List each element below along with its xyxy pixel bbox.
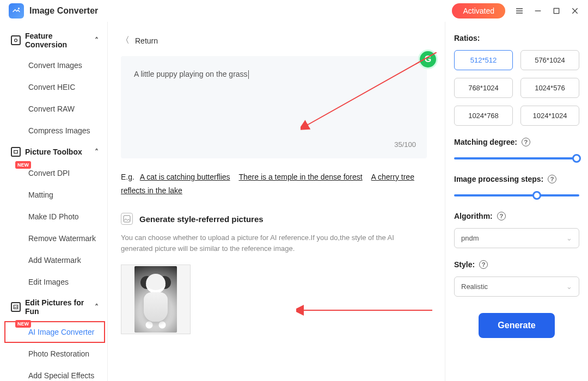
close-icon[interactable] (571, 7, 579, 15)
help-icon[interactable]: ? (479, 260, 488, 269)
section-picture-toolbox[interactable]: Picture Toolbox ˄ (4, 142, 105, 162)
svg-rect-1 (554, 8, 559, 13)
ratio-grid: 512*512 576*1024 768*1024 1024*576 1024*… (454, 50, 579, 126)
minimize-icon[interactable] (534, 7, 542, 15)
reference-image-preview (134, 266, 177, 333)
sidebar-item-matting[interactable]: Matting (4, 184, 105, 206)
matching-degree-slider[interactable] (454, 154, 579, 163)
example-link-1[interactable]: A cat is catching butterflies (140, 173, 230, 181)
svg-point-0 (18, 8, 20, 9)
new-badge: NEW (15, 161, 31, 169)
section-title: Picture Toolbox (25, 148, 82, 156)
sidebar-item-convert-images[interactable]: Convert Images (4, 54, 105, 76)
sidebar-item-add-special-effects[interactable]: Add Special Effects (4, 365, 105, 381)
reference-image-slot[interactable] (121, 265, 191, 334)
sidebar-item-convert-raw[interactable]: Convert RAW (4, 98, 105, 120)
image-icon (121, 213, 133, 225)
help-icon[interactable]: ? (497, 212, 506, 220)
sidebar-item-edit-images[interactable]: Edit Images (4, 271, 105, 293)
style-section-header: Generate style-referred pictures (121, 213, 432, 225)
example-link-2[interactable]: There is a temple in the dense forest (238, 173, 362, 181)
char-count: 35/100 (394, 140, 416, 149)
svg-point-2 (15, 39, 17, 42)
ratio-1024-1024[interactable]: 1024*1024 (520, 106, 579, 126)
style-select[interactable]: Realistic⌄ (454, 276, 579, 297)
ratio-1024-576[interactable]: 1024*576 (520, 78, 579, 98)
hexagon-icon (11, 35, 21, 45)
sidebar: Feature Conversion ˄ Convert Images Conv… (0, 22, 108, 381)
processing-steps-label: Image processing steps:? (454, 175, 579, 183)
grammarly-icon[interactable]: G (420, 51, 436, 67)
chevron-left-icon: 〈 (121, 35, 130, 46)
app-name: Image Converter (29, 6, 98, 16)
sidebar-item-compress-images[interactable]: Compress Images (4, 120, 105, 142)
section-title: Edit Pictures for Fun (25, 298, 95, 316)
maximize-icon[interactable] (552, 7, 561, 15)
generate-button[interactable]: Generate (479, 313, 555, 338)
app-logo (9, 3, 24, 19)
style-section-desc: You can choose whether to upload a pictu… (121, 232, 427, 254)
chevron-down-icon: ⌄ (566, 234, 572, 242)
annotation-arrow-2 (296, 299, 438, 321)
ratio-768-1024[interactable]: 768*1024 (454, 78, 513, 98)
chevron-up-icon: ˄ (95, 36, 99, 45)
sidebar-item-remove-watermark[interactable]: Remove Watermark (4, 228, 105, 249)
processing-steps-slider[interactable] (454, 191, 579, 200)
ratios-label: Ratios: (454, 34, 579, 42)
help-icon[interactable]: ? (548, 175, 556, 183)
ratio-512-512[interactable]: 512*512 (454, 50, 513, 70)
prompt-input[interactable]: A little puppy playing on the grass 35/1… (121, 56, 427, 158)
main-area: 〈 Return A little puppy playing on the g… (108, 22, 445, 381)
picture-icon (11, 302, 21, 312)
sidebar-item-photo-restoration[interactable]: Photo Restoration (4, 343, 105, 365)
chevron-up-icon: ˄ (95, 303, 99, 311)
return-label: Return (135, 36, 158, 45)
help-icon[interactable]: ? (522, 138, 530, 146)
sidebar-item-add-watermark[interactable]: Add Watermark (4, 249, 105, 271)
activated-badge[interactable]: Activated (452, 3, 505, 19)
style-label: Style:? (454, 260, 579, 269)
new-badge: NEW (15, 320, 31, 328)
titlebar: Image Converter Activated (0, 0, 588, 22)
sidebar-item-convert-heic[interactable]: Convert HEIC (4, 76, 105, 98)
sidebar-item-make-id-photo[interactable]: Make ID Photo (4, 206, 105, 228)
chevron-up-icon: ˄ (95, 148, 99, 156)
style-section-title: Generate style-referred pictures (139, 214, 264, 224)
eg-prefix: E.g. (121, 173, 134, 181)
section-title: Feature Conversion (25, 32, 95, 49)
settings-panel: Ratios: 512*512 576*1024 768*1024 1024*5… (445, 22, 588, 381)
algorithm-label: Algorithm:? (454, 212, 579, 220)
menu-icon[interactable] (515, 7, 524, 15)
section-edit-for-fun[interactable]: Edit Pictures for Fun ˄ (4, 293, 105, 321)
example-row: E.g. A cat is catching butterflies There… (121, 170, 427, 198)
svg-rect-5 (124, 216, 130, 222)
prompt-text: A little puppy playing on the grass (134, 70, 248, 78)
svg-rect-3 (14, 151, 18, 153)
return-button[interactable]: 〈 Return (121, 35, 432, 46)
algorithm-select[interactable]: pndm⌄ (454, 228, 579, 248)
sidebar-item-ai-image-converter[interactable]: NEWAI Image Converter (4, 321, 105, 343)
chevron-down-icon: ⌄ (566, 282, 572, 291)
section-feature-conversion[interactable]: Feature Conversion ˄ (4, 26, 105, 54)
sidebar-item-convert-dpi[interactable]: NEWConvert DPI (4, 162, 105, 184)
ratio-1024-768[interactable]: 1024*768 (454, 106, 513, 126)
ratio-576-1024[interactable]: 576*1024 (520, 50, 579, 70)
matching-degree-label: Matching degree:? (454, 138, 579, 146)
toolbox-icon (11, 147, 21, 157)
